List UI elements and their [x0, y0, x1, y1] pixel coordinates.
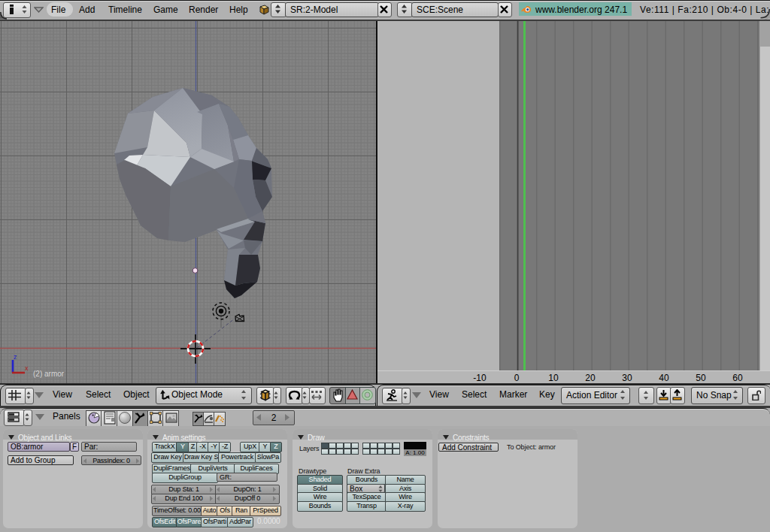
svg-text:x: x	[25, 364, 29, 372]
svg-text:(2) armor: (2) armor	[33, 370, 65, 378]
svg-text:z: z	[14, 353, 17, 361]
